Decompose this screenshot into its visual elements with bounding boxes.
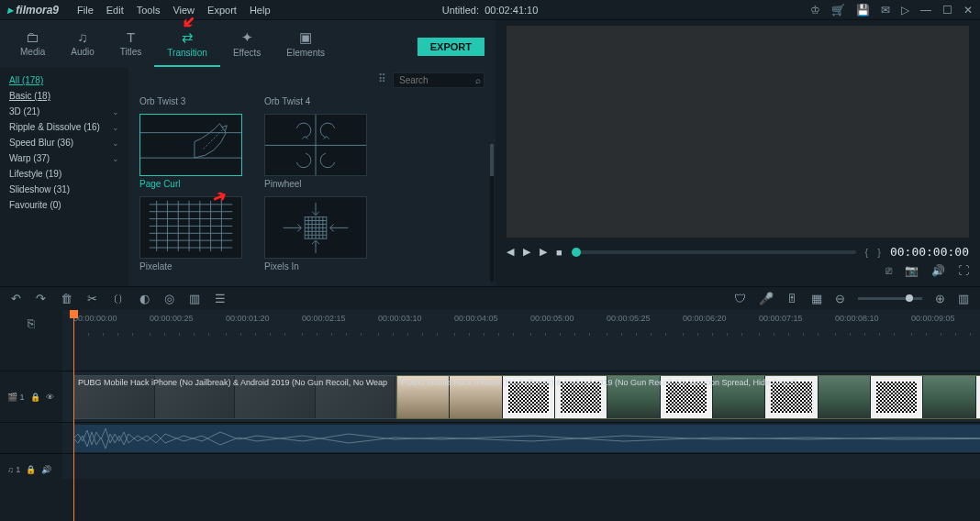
- mark-in-icon[interactable]: {: [865, 247, 869, 258]
- greenscreen-button[interactable]: ▥: [189, 292, 200, 305]
- menu-tools[interactable]: Tools: [137, 5, 161, 16]
- category-lifestyle[interactable]: Lifestyle (19): [0, 166, 128, 182]
- scrollbar-thumb[interactable]: [490, 144, 494, 176]
- adjust-button[interactable]: ☰: [215, 292, 226, 305]
- category-warp[interactable]: Warp (37)⌄: [0, 150, 128, 166]
- app-logo: ▸ filmora9: [7, 4, 59, 17]
- category-all[interactable]: All (178): [0, 72, 128, 88]
- transition-orb-twist-4[interactable]: Orb Twist 4: [264, 94, 367, 106]
- mic-icon[interactable]: 🎤: [759, 292, 774, 305]
- redo-button[interactable]: ↷: [36, 292, 46, 305]
- lock-icon[interactable]: 🔒: [30, 393, 40, 402]
- track-manager-icon[interactable]: ⎘: [28, 316, 35, 330]
- eye-icon[interactable]: 👁: [46, 393, 54, 402]
- menu-export[interactable]: Export: [207, 5, 237, 16]
- stop-button[interactable]: ■: [556, 247, 562, 258]
- category-ripple[interactable]: Ripple & Dissolve (16)⌄: [0, 119, 128, 135]
- timeline-ruler[interactable]: 00:00:00:0000:00:00:2500:00:01:2000:00:0…: [62, 310, 980, 336]
- media-tabs: 🗀Media ♫Audio TTitles ⇄Transition ✦Effec…: [0, 20, 496, 67]
- preview-video[interactable]: [507, 26, 969, 238]
- audio-clip[interactable]: [73, 425, 980, 452]
- menu-view[interactable]: View: [173, 5, 195, 16]
- transition-pixels-in[interactable]: Pixels In: [264, 196, 367, 272]
- music-track[interactable]: [62, 453, 980, 479]
- transition-pinwheel[interactable]: Pinwheel: [264, 114, 367, 189]
- elements-icon: ▣: [299, 29, 312, 46]
- category-3d[interactable]: 3D (21)⌄: [0, 104, 128, 119]
- color-button[interactable]: ◎: [164, 292, 174, 305]
- export-button[interactable]: EXPORT: [418, 38, 484, 56]
- notify-icon[interactable]: ▷: [901, 4, 909, 17]
- quality-icon[interactable]: ⎚: [885, 264, 892, 277]
- music-icon: ♫: [77, 29, 87, 45]
- snapshot-icon[interactable]: 📷: [905, 264, 919, 277]
- project-title: Untitled: 00:02:41:10: [442, 5, 539, 16]
- ruler-mark: 00:00:07:15: [759, 314, 803, 323]
- zoom-fit-button[interactable]: ▥: [958, 292, 969, 305]
- layers-icon[interactable]: ▦: [811, 292, 822, 305]
- tab-transition[interactable]: ⇄Transition: [154, 26, 220, 67]
- menu-help[interactable]: Help: [250, 5, 271, 16]
- delete-button[interactable]: 🗑: [61, 292, 72, 305]
- video-track[interactable]: PUBG Mobile Hack iPhone (No Jailbreak) &…: [62, 371, 980, 422]
- zoom-knob[interactable]: [906, 294, 913, 302]
- preview-scrubber[interactable]: [572, 250, 856, 254]
- transition-pixelate[interactable]: Pixelate: [139, 196, 242, 272]
- cart-icon[interactable]: 🛒: [831, 4, 845, 17]
- media-panel: 🗀Media ♫Audio TTitles ⇄Transition ✦Effec…: [0, 20, 496, 286]
- split-button[interactable]: ✂: [87, 292, 97, 305]
- video-clip-1[interactable]: PUBG Mobile Hack iPhone (No Jailbreak) &…: [73, 375, 396, 419]
- save-icon[interactable]: 💾: [856, 4, 870, 17]
- undo-button[interactable]: ↶: [11, 292, 21, 305]
- svg-line-2: [204, 128, 224, 149]
- menu-file[interactable]: File: [77, 5, 94, 16]
- mark-out-icon[interactable]: }: [877, 247, 881, 258]
- mail-icon[interactable]: ✉: [881, 4, 890, 17]
- search-input[interactable]: [393, 72, 484, 88]
- video-clip-2[interactable]: PUBG Mobile Hack iPhone (No Jailbreak) &…: [396, 375, 980, 419]
- tracks-area[interactable]: PUBG Mobile Hack iPhone (No Jailbreak) &…: [62, 336, 980, 484]
- category-basic[interactable]: Basic (18): [0, 88, 128, 104]
- tab-titles[interactable]: TTitles: [107, 26, 155, 64]
- transition-page-curl[interactable]: Page Curl: [139, 114, 242, 189]
- speed-button[interactable]: ◐: [139, 292, 150, 305]
- video-track-header[interactable]: 🎬 1 🔒 👁: [0, 371, 62, 422]
- zoom-out-button[interactable]: ⊖: [835, 292, 845, 305]
- maximize-icon[interactable]: ☐: [942, 4, 952, 17]
- tab-effects[interactable]: ✦Effects: [220, 26, 273, 65]
- category-favourite[interactable]: Favourite (0): [0, 197, 128, 213]
- ruler-mark: 00:00:04:05: [454, 314, 498, 323]
- account-icon[interactable]: ♔: [810, 4, 820, 17]
- fullscreen-icon[interactable]: ⛶: [958, 264, 969, 277]
- minimize-icon[interactable]: —: [920, 4, 931, 17]
- preview-timecode: 00:00:00:00: [890, 245, 969, 259]
- zoom-in-button[interactable]: ⊕: [935, 292, 945, 305]
- scrubber-handle[interactable]: [572, 248, 581, 257]
- preview-panel: ◀ ▶ ▶ ■ { } 00:00:00:00 ⎚ 📷 🔊 ⛶: [496, 20, 980, 286]
- music-track-header[interactable]: ♫ 1 🔒 🔊: [0, 453, 62, 484]
- prev-frame-button[interactable]: ◀: [507, 246, 514, 258]
- audio-track[interactable]: [62, 422, 980, 453]
- play-button[interactable]: ▶: [523, 246, 530, 258]
- volume-icon[interactable]: 🔊: [931, 264, 945, 277]
- chevron-down-icon: ⌄: [112, 139, 119, 148]
- transition-orb-twist-3[interactable]: Orb Twist 3: [139, 94, 242, 106]
- tab-audio[interactable]: ♫Audio: [58, 26, 107, 64]
- playhead[interactable]: [73, 310, 74, 521]
- marker-icon[interactable]: 🛡: [734, 292, 746, 305]
- ruler-mark: 00:00:05:00: [530, 314, 574, 323]
- crop-button[interactable]: ⟮⟯: [112, 292, 125, 305]
- grid-view-icon[interactable]: ⠿: [378, 72, 387, 88]
- mixer-icon[interactable]: 🎚: [786, 292, 798, 305]
- category-slideshow[interactable]: Slideshow (31): [0, 182, 128, 197]
- tab-elements[interactable]: ▣Elements: [273, 26, 338, 65]
- close-icon[interactable]: ✕: [963, 4, 973, 17]
- lock-icon[interactable]: 🔒: [26, 465, 36, 474]
- zoom-slider[interactable]: [858, 297, 922, 300]
- menu-edit[interactable]: Edit: [106, 5, 124, 16]
- transition-icon: ⇄: [182, 29, 194, 46]
- category-speedblur[interactable]: Speed Blur (36)⌄: [0, 135, 128, 150]
- tab-media[interactable]: 🗀Media: [7, 26, 58, 64]
- next-frame-button[interactable]: ▶: [540, 246, 547, 258]
- speaker-icon[interactable]: 🔊: [41, 465, 51, 474]
